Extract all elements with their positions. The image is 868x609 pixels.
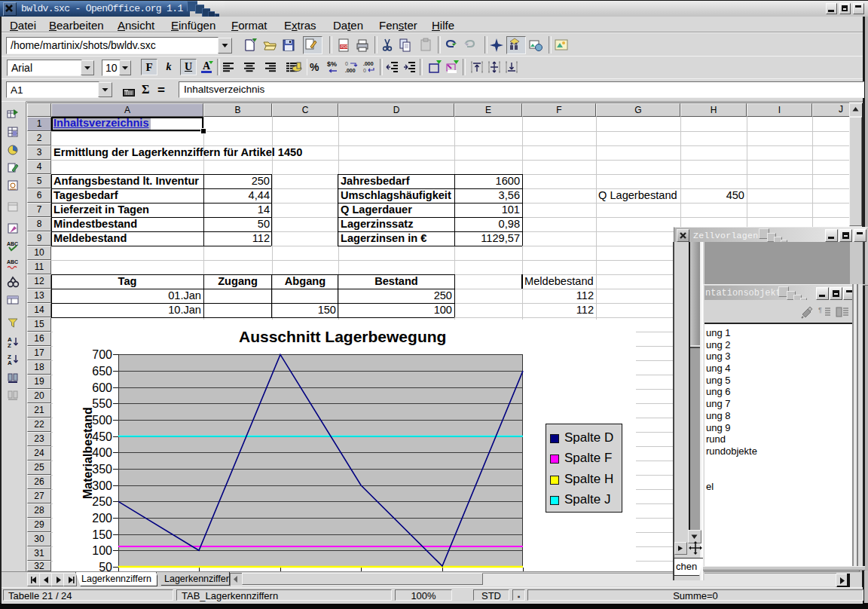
svg-text:0: 0 (345, 61, 348, 66)
svg-text:%: % (310, 61, 319, 73)
svg-text:¶: ¶ (818, 306, 822, 314)
svg-text:$%: $% (327, 60, 337, 68)
svg-text:Z: Z (8, 342, 11, 348)
svg-text:ABC: ABC (7, 259, 18, 265)
svg-text:.000: .000 (363, 61, 374, 66)
svg-text:0: 0 (363, 68, 366, 73)
svg-text:A: A (8, 360, 12, 366)
svg-text:PDF: PDF (341, 44, 348, 49)
svg-text:.000: .000 (345, 68, 356, 73)
